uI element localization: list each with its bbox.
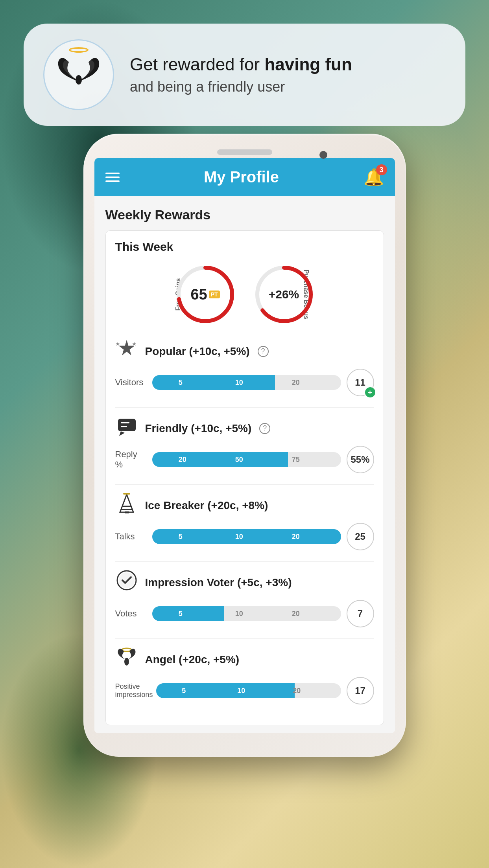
promo-banner: Get rewarded for having fun and being a … bbox=[24, 24, 465, 126]
svg-point-17 bbox=[124, 658, 129, 666]
friendly-icon bbox=[115, 416, 139, 441]
card-title: This Week bbox=[115, 240, 374, 254]
popular-bar-row: Visitors 5 10 20 11 bbox=[115, 369, 374, 396]
reward-header-impression: Impression Voter (+5c, +3%) bbox=[115, 570, 374, 595]
reward-header-friendly: Friendly (+10c, +5%) ? bbox=[115, 416, 374, 441]
marker-2: 10 bbox=[235, 533, 243, 541]
marker-1: 5 bbox=[179, 610, 183, 618]
phone-camera bbox=[319, 151, 327, 159]
marker-3: 20 bbox=[293, 687, 301, 695]
phone-container: My Profile 🔔 3 Weekly Rewards This Week … bbox=[83, 134, 406, 757]
svg-marker-5 bbox=[119, 340, 134, 355]
popular-progress-bar: 5 10 20 bbox=[152, 375, 341, 390]
impression-value: 7 bbox=[347, 600, 374, 627]
free-coins-value: 65 PT bbox=[190, 286, 220, 303]
reward-row-impression: Impression Voter (+5c, +3%) Votes 5 10 2… bbox=[115, 570, 374, 627]
icebreaker-progress-bar: 5 10 20 bbox=[152, 529, 341, 544]
marker-2: 10 bbox=[235, 379, 243, 387]
friendly-bar-row: Reply % 20 50 75 55% bbox=[115, 446, 374, 473]
app-title: My Profile bbox=[204, 168, 279, 186]
popular-value: 11 + bbox=[347, 369, 374, 396]
promo-text: Get rewarded for having fun and being a … bbox=[130, 54, 446, 96]
angel-progress-bar: 5 10 20 bbox=[156, 683, 341, 698]
pt-badge: PT bbox=[209, 291, 220, 298]
divider-1 bbox=[115, 407, 374, 408]
promo-subtext: and being a friendly user bbox=[130, 79, 446, 95]
svg-marker-7 bbox=[132, 342, 136, 346]
popular-icon bbox=[115, 338, 139, 364]
phone-screen: My Profile 🔔 3 Weekly Rewards This Week … bbox=[94, 158, 395, 733]
free-coins-circle: 65 PT bbox=[174, 263, 237, 326]
impression-bar-label: Votes bbox=[115, 609, 147, 619]
angel-bar-row: Positive impressions 5 10 20 17 bbox=[115, 677, 374, 704]
marker-3: 20 bbox=[292, 610, 300, 618]
reward-header-icebreaker: Ice Breaker (+20c, +8%) bbox=[115, 493, 374, 518]
angel-title: Angel (+20c, +5%) bbox=[145, 653, 240, 666]
marker-2: 10 bbox=[237, 687, 245, 695]
svg-rect-11 bbox=[121, 426, 127, 427]
marker-3: 20 bbox=[292, 533, 300, 541]
angel-value: 17 bbox=[347, 677, 374, 704]
icebreaker-bar-row: Talks 5 10 20 25 bbox=[115, 523, 374, 550]
notification-badge: 3 bbox=[376, 164, 387, 175]
purchase-bonus-value: +26% bbox=[269, 288, 299, 301]
reward-row-popular: Popular (+10c, +5%) ? Visitors 5 10 20 bbox=[115, 338, 374, 396]
reward-row-angel: Angel (+20c, +5%) Positive impressions 5… bbox=[115, 647, 374, 704]
marker-2: 50 bbox=[235, 456, 243, 464]
svg-point-0 bbox=[76, 75, 82, 85]
divider-2 bbox=[115, 484, 374, 485]
marker-1: 20 bbox=[179, 456, 186, 464]
plus-badge: + bbox=[365, 387, 375, 397]
phone-speaker bbox=[217, 149, 272, 155]
marker-1: 5 bbox=[179, 379, 183, 387]
angel-wings-icon bbox=[55, 54, 102, 96]
phone-outer: My Profile 🔔 3 Weekly Rewards This Week … bbox=[83, 134, 406, 757]
friendly-progress-bar: 20 50 75 bbox=[152, 452, 341, 467]
icebreaker-icon bbox=[115, 493, 139, 518]
wings-svg bbox=[55, 54, 102, 90]
svg-rect-8 bbox=[118, 419, 136, 431]
popular-title: Popular (+10c, +5%) bbox=[145, 345, 250, 358]
icebreaker-title: Ice Breaker (+20c, +8%) bbox=[145, 499, 268, 512]
marker-1: 5 bbox=[179, 533, 183, 541]
friendly-title: Friendly (+10c, +5%) bbox=[145, 422, 252, 435]
reward-row-friendly: Friendly (+10c, +5%) ? Reply % 20 50 75 bbox=[115, 416, 374, 473]
divider-3 bbox=[115, 561, 374, 562]
friendly-bar-label: Reply % bbox=[115, 449, 147, 470]
promo-icon-circle bbox=[43, 39, 114, 110]
svg-rect-12 bbox=[125, 511, 129, 513]
section-title: Weekly Rewards bbox=[105, 207, 384, 223]
marker-1: 5 bbox=[182, 687, 186, 695]
impression-bar-row: Votes 5 10 20 7 bbox=[115, 600, 374, 627]
icebreaker-value: 25 bbox=[347, 523, 374, 550]
friendly-value: 55% bbox=[347, 446, 374, 473]
svg-marker-6 bbox=[116, 342, 120, 346]
impression-icon bbox=[115, 570, 139, 595]
marker-3: 20 bbox=[292, 379, 300, 387]
friendly-help[interactable]: ? bbox=[259, 423, 270, 434]
reward-header-popular: Popular (+10c, +5%) ? bbox=[115, 338, 374, 364]
svg-marker-9 bbox=[119, 431, 125, 436]
marker-3: 75 bbox=[292, 456, 300, 464]
divider-4 bbox=[115, 638, 374, 639]
app-header: My Profile 🔔 3 bbox=[94, 158, 395, 196]
purchase-bonus-circle: +26% bbox=[253, 263, 316, 326]
angel-halo bbox=[69, 47, 89, 53]
promo-headline: Get rewarded for having fun bbox=[130, 54, 446, 75]
circles-row: Free Coins 65 PT bbox=[115, 263, 374, 326]
angel-bar-label: Positive impressions bbox=[115, 682, 151, 699]
svg-point-15 bbox=[119, 572, 135, 588]
popular-bar-label: Visitors bbox=[115, 377, 147, 388]
impression-progress-bar: 5 10 20 bbox=[152, 606, 341, 621]
reward-header-angel: Angel (+20c, +5%) bbox=[115, 647, 374, 672]
app-content: Weekly Rewards This Week Free Coins bbox=[94, 196, 395, 733]
icebreaker-bar-label: Talks bbox=[115, 531, 147, 542]
impression-title: Impression Voter (+5c, +3%) bbox=[145, 576, 292, 589]
notification-button[interactable]: 🔔 3 bbox=[364, 167, 384, 187]
rewards-card: This Week Free Coins bbox=[105, 230, 384, 725]
menu-icon[interactable] bbox=[105, 173, 120, 182]
reward-row-icebreaker: Ice Breaker (+20c, +8%) Talks 5 10 20 bbox=[115, 493, 374, 550]
angel-icon bbox=[115, 647, 139, 672]
popular-help[interactable]: ? bbox=[258, 346, 269, 357]
svg-rect-10 bbox=[121, 422, 129, 423]
